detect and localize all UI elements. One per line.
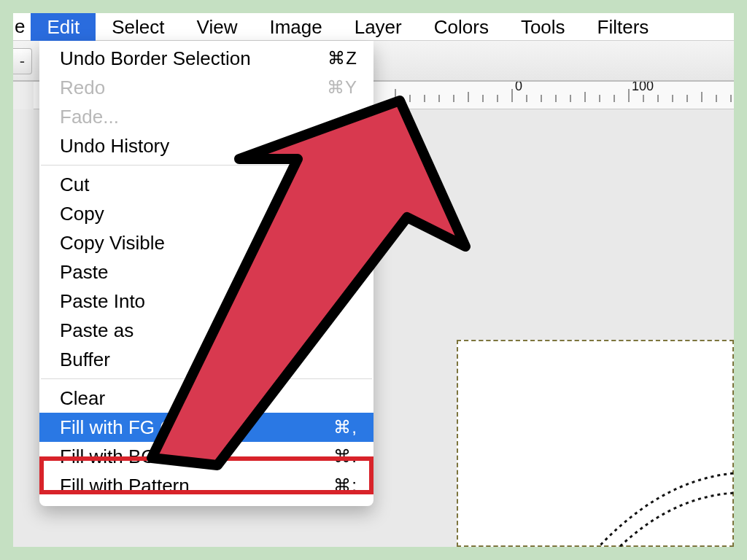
menu-item-paste-as[interactable]: Paste as bbox=[39, 316, 374, 345]
menu-select[interactable]: Select bbox=[96, 13, 180, 41]
menu-edit[interactable]: Edit bbox=[31, 13, 96, 41]
menu-item-fill-with-fg-color[interactable]: Fill with FG Color ⌘, bbox=[39, 413, 374, 442]
menu-item-fill-with-pattern[interactable]: Fill with Pattern ⌘; bbox=[39, 471, 374, 500]
menu-item-buffer[interactable]: Buffer bbox=[39, 345, 374, 374]
menu-item-cut[interactable]: Cut ⌘X bbox=[39, 170, 374, 199]
menu-item-fade: Fade... bbox=[39, 102, 374, 131]
menu-tools[interactable]: Tools bbox=[505, 13, 581, 41]
canvas-selection[interactable] bbox=[457, 340, 734, 547]
ruler-label-100: 100 bbox=[632, 82, 654, 93]
app-window: e Edit Select View Image Layer Colors To… bbox=[13, 13, 734, 547]
menu-item-undo-history[interactable]: Undo History bbox=[39, 131, 374, 160]
menu-item-fill-with-bg-color[interactable]: Fill with BG Color ⌘. bbox=[39, 442, 374, 471]
menu-filters[interactable]: Filters bbox=[581, 13, 665, 41]
menu-item-redo: Redo ⌘Y bbox=[39, 73, 374, 102]
menubar-fragment: e bbox=[13, 15, 31, 38]
menu-item-clear[interactable]: Clear bbox=[39, 384, 374, 413]
menu-layer[interactable]: Layer bbox=[338, 13, 418, 41]
menu-item-undo-border-selection[interactable]: Undo Border Selection ⌘Z bbox=[39, 44, 374, 73]
menu-item-copy[interactable]: Copy ⌘C bbox=[39, 199, 374, 228]
menu-separator bbox=[41, 378, 372, 379]
menu-image[interactable]: Image bbox=[253, 13, 338, 41]
menu-separator bbox=[41, 165, 372, 166]
menubar: e Edit Select View Image Layer Colors To… bbox=[13, 13, 734, 41]
menu-item-paste-into[interactable]: Paste Into bbox=[39, 287, 374, 316]
menu-item-paste[interactable]: Paste bbox=[39, 257, 374, 287]
ruler-label-0: 0 bbox=[515, 82, 522, 93]
menu-item-copy-visible[interactable]: Copy Visible ⇧⌘ bbox=[39, 228, 374, 257]
menu-colors[interactable]: Colors bbox=[418, 13, 505, 41]
menu-view[interactable]: View bbox=[181, 13, 254, 41]
toolbar-tab[interactable]: - bbox=[13, 48, 32, 74]
edit-menu-dropdown: Undo Border Selection ⌘Z Redo ⌘Y Fade...… bbox=[39, 41, 374, 506]
